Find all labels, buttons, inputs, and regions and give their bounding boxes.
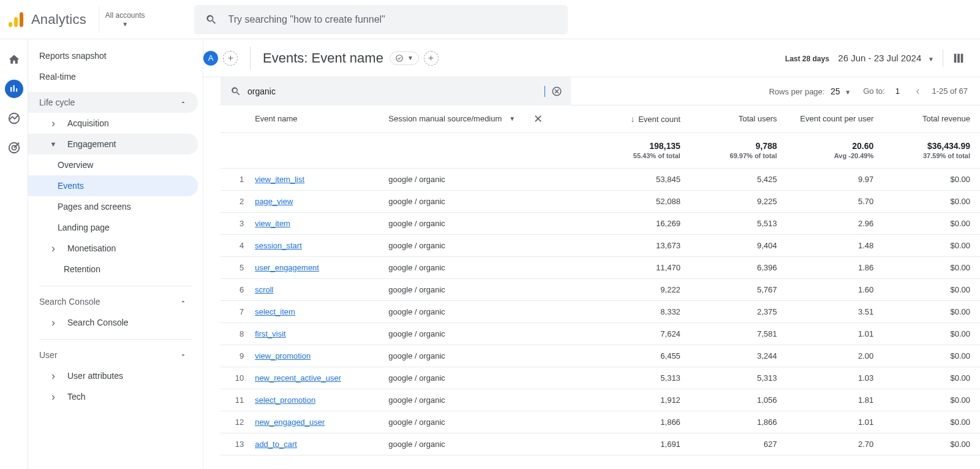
nav-acquisition[interactable]: › Acquisition <box>28 113 198 134</box>
remove-dimension-icon[interactable]: ✕ <box>533 112 543 126</box>
source-medium: google / organic <box>388 300 594 322</box>
nav-monetisation[interactable]: › Monetisation <box>28 238 198 259</box>
event-link[interactable]: first_visit <box>255 322 388 345</box>
table-row: 2page_viewgoogle / organic52,0889,2255.7… <box>221 190 980 212</box>
row-index: 7 <box>221 300 255 322</box>
add-segment-button[interactable]: ＋ <box>223 51 238 66</box>
event-link[interactable]: select_promotion <box>255 389 388 411</box>
event-count: 1,866 <box>594 411 690 433</box>
checkmark-circle-icon <box>395 54 404 63</box>
row-index: 1 <box>221 168 255 190</box>
col-event-count[interactable]: ↓ Event count <box>594 105 690 132</box>
nav-label: Acquisition <box>67 118 109 128</box>
table-controls: Rows per page: 25 ▼ Go to: ‹ 1-25 of 67 <box>221 77 980 105</box>
event-link[interactable]: session_start <box>255 234 388 256</box>
total-users: 1,056 <box>690 389 787 411</box>
nav-section-user[interactable]: User <box>28 345 198 365</box>
row-index: 3 <box>221 212 255 234</box>
source-medium: google / organic <box>388 411 594 433</box>
page-range: 1-25 of 67 <box>932 86 968 96</box>
customize-report-pill[interactable]: ▼ <box>390 51 419 65</box>
col-total-users[interactable]: Total users <box>690 105 787 132</box>
rows-per-page[interactable]: Rows per page: 25 ▼ <box>769 86 851 96</box>
nav-section-label: Search Console <box>39 297 100 307</box>
event-link[interactable]: select_item <box>255 300 388 322</box>
event-link[interactable]: add_to_cart <box>255 433 388 455</box>
chevron-right-icon: › <box>49 242 58 255</box>
event-link[interactable]: page_view <box>255 190 388 212</box>
compare-columns-icon[interactable] <box>952 51 965 65</box>
goto-page[interactable]: Go to: <box>863 86 903 96</box>
source-medium: google / organic <box>388 234 594 256</box>
rows-per-page-label: Rows per page: <box>769 87 824 96</box>
date-range-picker[interactable]: Last 28 days 26 Jun - 23 Jul 2024 ▼ <box>785 53 934 63</box>
per-user: 3.51 <box>787 300 884 322</box>
total-users: 5,767 <box>690 278 787 300</box>
col-source-medium[interactable]: Session manual source/medium ▼ ✕ <box>388 105 594 132</box>
rail-home[interactable] <box>5 50 23 69</box>
main-content: A ＋ Events: Event name ▼ ＋ Last 28 days … <box>203 39 980 469</box>
nav-tech[interactable]: › Tech <box>28 386 198 407</box>
account-picker[interactable]: All accounts ▼ <box>99 7 151 32</box>
sidebar-nav: Reports snapshot Real-time Life cycle › … <box>28 39 203 469</box>
total-users: 2,375 <box>690 300 787 322</box>
event-link[interactable]: new_engaged_user <box>255 411 388 433</box>
nav-retention[interactable]: Retention <box>28 259 198 280</box>
nav-engagement[interactable]: ▼ Engagement <box>28 134 198 154</box>
nav-realtime[interactable]: Real-time <box>28 66 198 87</box>
nav-user-attributes[interactable]: › User attributes <box>28 365 198 386</box>
goto-input[interactable] <box>891 86 903 96</box>
col-source-medium-label: Session manual source/medium <box>388 114 502 123</box>
event-link[interactable]: new_recent_active_user <box>255 367 388 389</box>
rail-explore[interactable] <box>5 109 23 128</box>
col-event-name[interactable]: Event name <box>255 105 388 132</box>
event-link[interactable]: scroll <box>255 278 388 300</box>
col-per-user[interactable]: Event count per user <box>787 105 884 132</box>
prev-page-button[interactable]: ‹ <box>916 85 919 97</box>
rail-reports[interactable] <box>5 80 23 98</box>
table-row: 5user_engagementgoogle / organic11,4706,… <box>221 256 980 278</box>
event-count: 1,912 <box>594 389 690 411</box>
nav-engagement-pages[interactable]: Pages and screens <box>28 196 198 217</box>
row-index: 4 <box>221 234 255 256</box>
clear-search-icon[interactable] <box>551 86 562 97</box>
event-link[interactable]: view_item_list <box>255 168 388 190</box>
nav-engagement-overview[interactable]: Overview <box>28 154 198 175</box>
nav-section-label: Life cycle <box>39 97 75 107</box>
svg-rect-1 <box>14 17 18 27</box>
global-search[interactable] <box>194 5 568 34</box>
nav-search-console[interactable]: › Search Console <box>28 312 198 333</box>
event-link[interactable]: user_engagement <box>255 256 388 278</box>
event-count: 6,455 <box>594 345 690 367</box>
row-index: 6 <box>221 278 255 300</box>
table-search[interactable] <box>221 77 571 105</box>
revenue: $0.00 <box>883 367 980 389</box>
total-users: 627 <box>690 433 787 455</box>
nav-engagement-events[interactable]: Events <box>28 175 198 196</box>
source-medium: google / organic <box>388 389 594 411</box>
svg-point-7 <box>396 55 403 61</box>
event-link[interactable]: view_item <box>255 212 388 234</box>
col-total-revenue[interactable]: Total revenue <box>883 105 980 132</box>
rail-advertising[interactable] <box>5 139 23 157</box>
chevron-right-icon: › <box>49 316 58 329</box>
per-user: 1.01 <box>787 322 884 345</box>
analytics-logo-icon <box>9 12 23 28</box>
nav-section-life-cycle[interactable]: Life cycle <box>28 92 198 113</box>
event-link[interactable]: view_promotion <box>255 345 388 367</box>
text-cursor <box>545 86 545 97</box>
table-row: 7select_itemgoogle / organic8,3322,3753.… <box>221 300 980 322</box>
global-search-input[interactable] <box>228 14 557 25</box>
event-count: 53,845 <box>594 168 690 190</box>
nav-engagement-landing[interactable]: Landing page <box>28 217 198 238</box>
page-title: Events: Event name <box>263 50 383 66</box>
svg-rect-10 <box>961 53 963 63</box>
nav-section-search-console[interactable]: Search Console <box>28 291 198 312</box>
nav-reports-snapshot[interactable]: Reports snapshot <box>28 45 198 66</box>
table-row: 6scrollgoogle / organic9,2225,7671.60$0.… <box>221 278 980 300</box>
revenue: $0.00 <box>883 190 980 212</box>
table-search-input[interactable] <box>247 86 542 96</box>
add-comparison-button[interactable]: ＋ <box>424 51 439 66</box>
table-row: 4session_startgoogle / organic13,6739,40… <box>221 234 980 256</box>
segment-chip-all[interactable]: A <box>203 51 218 66</box>
